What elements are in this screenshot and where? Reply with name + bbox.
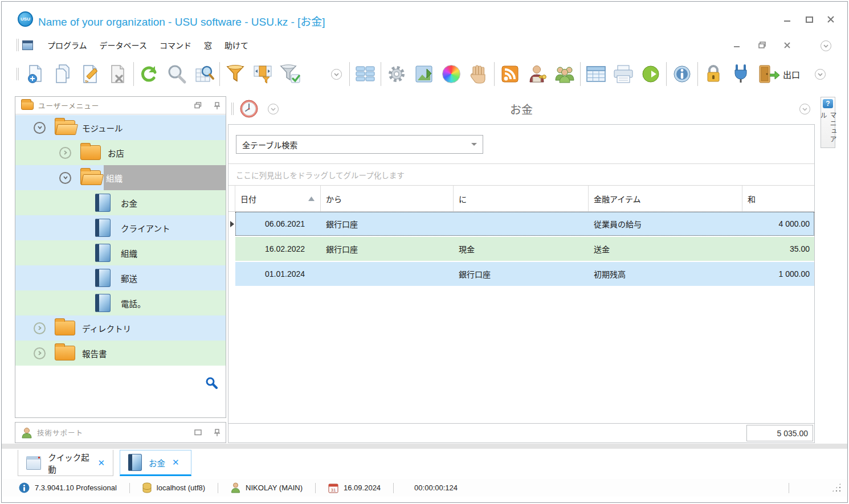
status-timer: 00:00:00:124 xyxy=(414,483,458,492)
user-menu-title: ユーザーメニュー xyxy=(38,100,182,111)
tree-item-mailing[interactable]: 郵送 xyxy=(15,265,226,290)
tab-close-icon[interactable]: ✕ xyxy=(172,457,179,468)
close-icon[interactable] xyxy=(824,14,837,24)
column-header-to[interactable]: に xyxy=(454,186,589,211)
all-table-search-combo[interactable]: 全テーブル検索 xyxy=(236,135,483,154)
book-icon xyxy=(95,244,111,262)
delete-icon[interactable] xyxy=(104,59,132,89)
expand-icon[interactable] xyxy=(34,347,46,359)
tree-item-organization[interactable]: 組織 xyxy=(15,165,226,190)
column-header-sum[interactable]: 和 xyxy=(742,186,814,211)
expand-icon[interactable] xyxy=(59,147,71,159)
minimize-panel-icon[interactable] xyxy=(194,429,202,436)
layout-cells-icon[interactable] xyxy=(352,59,379,89)
add-record-icon[interactable] xyxy=(22,59,50,89)
table-icon[interactable] xyxy=(582,59,610,89)
tree-item-directory[interactable]: ディレクトリ xyxy=(15,315,226,341)
column-header-financial-item[interactable]: 金融アイテム xyxy=(589,186,742,211)
menu-program[interactable]: プログラム xyxy=(41,36,93,54)
horizontal-splitter[interactable] xyxy=(2,444,847,449)
toolbar-separator xyxy=(349,62,350,86)
cell-sum: 4 000.00 xyxy=(742,212,814,236)
document-overflow-icon[interactable] xyxy=(799,104,810,114)
manual-side-tab[interactable]: ? マニュアル xyxy=(821,97,835,148)
tree-item-label: 郵送 xyxy=(121,272,137,284)
tree-item-shop[interactable]: お店 xyxy=(15,140,226,165)
edit-icon[interactable] xyxy=(77,59,104,89)
column-header-from[interactable]: から xyxy=(321,186,454,211)
table-row[interactable]: 01.01.2024 銀行口座 初期残高 1 000.00 xyxy=(228,262,814,287)
menu-database[interactable]: データベース xyxy=(93,36,153,54)
table-row[interactable]: 06.06.2021 銀行口座 従業員の給与 4 000.00 xyxy=(228,212,814,237)
filter-columns-icon[interactable] xyxy=(249,59,276,89)
filter-confirm-icon[interactable] xyxy=(276,59,304,89)
tree-item-label: 報告書 xyxy=(82,347,107,359)
float-panel-icon[interactable] xyxy=(194,102,202,109)
toolbar-overflow-icon[interactable] xyxy=(821,40,831,51)
pin-panel-icon[interactable] xyxy=(214,102,220,109)
status-bar: 7.3.9041.10 Professional localhost (utf8… xyxy=(2,479,847,497)
settings-gear-icon[interactable] xyxy=(383,59,410,89)
tree-search-icon[interactable] xyxy=(205,376,218,389)
filter-icon[interactable] xyxy=(222,59,249,89)
tab-money[interactable]: お金 ✕ xyxy=(120,450,191,476)
tree-item-modules[interactable]: モジュール xyxy=(15,115,226,140)
pin-panel-icon[interactable] xyxy=(214,429,220,436)
user-key-icon[interactable] xyxy=(524,59,551,89)
cell-date: 01.01.2024 xyxy=(235,262,321,286)
column-header-date[interactable]: 日付 xyxy=(235,186,321,211)
status-user: NIKOLAY (MAIN) xyxy=(231,482,303,493)
status-separator xyxy=(789,483,789,493)
refresh-icon[interactable] xyxy=(136,59,163,89)
mdi-minimize-icon[interactable] xyxy=(730,40,743,50)
rss-icon[interactable] xyxy=(496,59,524,89)
tree-item-clients[interactable]: クライアント xyxy=(15,215,226,240)
exit-label[interactable]: 出口 xyxy=(783,68,800,80)
maximize-icon[interactable] xyxy=(803,14,815,24)
report-map-icon[interactable] xyxy=(410,59,438,89)
tree-item-reports[interactable]: 報告書 xyxy=(15,341,226,366)
tree-item-organization-table[interactable]: 組織 xyxy=(15,240,226,265)
toolbar-overflow-icon[interactable] xyxy=(815,69,826,80)
expand-icon[interactable] xyxy=(34,322,46,334)
print-icon[interactable] xyxy=(610,59,637,89)
status-date: 31 16.09.2024 xyxy=(328,483,381,493)
minimize-icon[interactable] xyxy=(781,14,794,24)
tree-item-money[interactable]: お金 xyxy=(15,190,226,215)
mdi-close-icon[interactable] xyxy=(781,40,793,50)
mdi-restore-icon[interactable] xyxy=(756,40,768,50)
row-indicator xyxy=(228,262,235,286)
toolbar-overflow-icon[interactable] xyxy=(331,69,342,80)
drag-hand-icon[interactable] xyxy=(465,59,492,89)
cell-date: 16.02.2022 xyxy=(235,237,321,261)
user-group-icon[interactable] xyxy=(551,59,578,89)
tech-support-label: 技術サポート xyxy=(37,427,182,438)
cell-sum: 35.00 xyxy=(742,237,814,261)
status-host: localhost (utf8) xyxy=(142,482,205,494)
folder-icon xyxy=(55,346,75,360)
table-search-section: 全テーブル検索 xyxy=(228,125,814,164)
collapse-icon[interactable] xyxy=(59,172,71,184)
cell-financial-item: 初期残高 xyxy=(589,262,742,286)
export-icon[interactable] xyxy=(637,59,664,89)
group-by-dropzone[interactable]: ここに列見出しをドラッグしてグループ化します xyxy=(228,164,814,186)
color-palette-icon[interactable] xyxy=(438,59,465,89)
info-icon[interactable] xyxy=(668,59,696,89)
search-icon[interactable] xyxy=(163,59,190,89)
tab-close-icon[interactable]: ✕ xyxy=(97,458,105,468)
lock-icon[interactable] xyxy=(700,59,727,89)
tech-support-panel[interactable]: 技術サポート xyxy=(15,422,226,443)
menu-command[interactable]: コマンド xyxy=(153,36,198,54)
table-row[interactable]: 16.02.2022 銀行口座 現金 送金 35.00 xyxy=(228,237,814,262)
tab-quick-launch[interactable]: クイック起動 ✕ xyxy=(18,450,113,476)
copy-icon[interactable] xyxy=(50,59,77,89)
plug-icon[interactable] xyxy=(727,59,754,89)
exit-door-icon[interactable] xyxy=(754,59,782,89)
collapse-icon[interactable] xyxy=(34,122,46,134)
menu-help[interactable]: 助けて xyxy=(218,36,255,54)
menu-window[interactable]: 窓 xyxy=(198,36,218,54)
support-user-icon xyxy=(21,427,32,439)
book-icon xyxy=(95,294,111,312)
search-table-icon[interactable] xyxy=(190,59,218,89)
tree-item-phone[interactable]: 電話。 xyxy=(15,290,226,315)
